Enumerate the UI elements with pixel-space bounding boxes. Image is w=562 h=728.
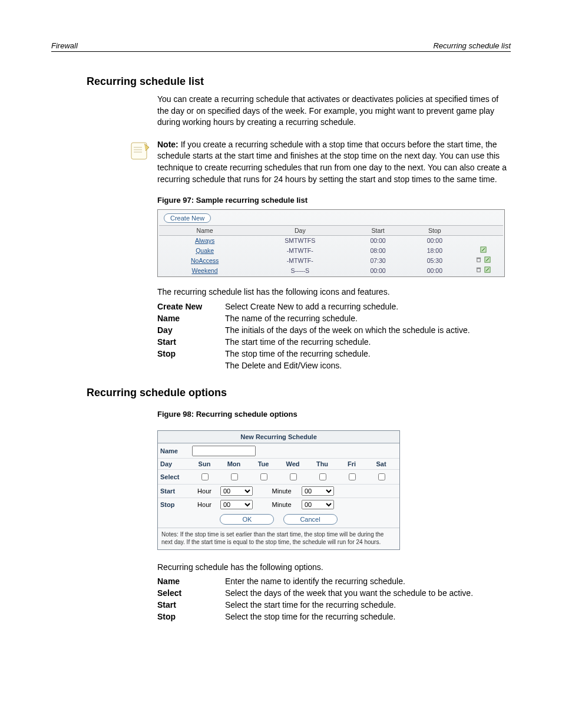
check-thu[interactable]: [319, 473, 326, 480]
delete-icon[interactable]: [475, 257, 482, 264]
label-day: Day: [158, 459, 190, 469]
section1-note: Note: If you create a recurring schedule…: [157, 139, 511, 185]
running-head-left: Firewall: [51, 41, 78, 50]
th-day: Day: [250, 226, 349, 236]
fig97-caption: Figure 97: Sample recurring schedule lis…: [157, 196, 505, 205]
section2-after-fig: Recurring schedule has the following opt…: [157, 562, 505, 574]
svg-rect-0: [131, 143, 147, 159]
row3-day: S-----S: [250, 265, 349, 275]
section1-intro: You can create a recurring schedule that…: [157, 94, 505, 129]
table-row: NoAccess -MTWTF- 07:30 05:30: [159, 255, 503, 265]
label-start: Start: [158, 486, 190, 496]
note-icon: [128, 139, 151, 164]
row2-name[interactable]: NoAccess: [159, 255, 250, 265]
svg-rect-6: [476, 258, 480, 259]
def-term: Stop: [157, 349, 225, 358]
th-actions: [463, 226, 503, 236]
def-term: [157, 361, 225, 370]
section2-title: Recurring schedule options: [87, 387, 511, 399]
note-label: Note:: [157, 140, 178, 149]
row1-name[interactable]: Quake: [159, 245, 250, 255]
section1-title: Recurring schedule list: [87, 75, 511, 88]
def-term: Day: [157, 325, 225, 335]
note-text: If you create a recurring schedule with …: [157, 140, 507, 184]
def-desc: The start time of the recurring schedule…: [225, 337, 505, 347]
day-sat: Sat: [366, 459, 396, 469]
def-term: Name: [157, 314, 225, 323]
delete-icon[interactable]: [475, 267, 482, 274]
row0-name[interactable]: Always: [159, 236, 250, 246]
def-desc: Select Create New to add a recurring sch…: [225, 302, 505, 311]
check-sun[interactable]: [201, 473, 209, 480]
fig97-container: Create New Name Day Start Stop Always SM…: [157, 209, 505, 277]
th-start: Start: [349, 226, 406, 236]
def-desc: Select the stop time for the recurring s…: [225, 612, 505, 621]
def-desc: The initials of the days of the week on …: [225, 325, 505, 335]
edit-icon[interactable]: [484, 257, 491, 264]
running-head-right: Recurring schedule list: [433, 41, 511, 50]
row3-start: 00:00: [349, 265, 406, 275]
row3-stop: 00:00: [406, 265, 463, 275]
row1-start: 08:00: [349, 245, 406, 255]
row3-name[interactable]: Weekend: [159, 265, 250, 275]
row2-stop: 05:30: [406, 255, 463, 265]
def-desc: The Delete and Edit/View icons.: [225, 361, 505, 370]
table-row: Quake -MTWTF- 08:00 18:00: [159, 245, 503, 255]
row1-stop: 18:00: [406, 245, 463, 255]
check-mon[interactable]: [231, 473, 238, 480]
row2-day: -MTWTF-: [250, 255, 349, 265]
stop-hour-select[interactable]: 00: [220, 500, 253, 509]
label-hour: Hour: [190, 486, 219, 496]
ok-button[interactable]: OK: [220, 514, 274, 525]
def-desc: The name of the recurring schedule.: [225, 314, 505, 323]
day-mon: Mon: [219, 459, 249, 469]
def-term: Select: [157, 588, 225, 598]
def-desc: Select the start time for the recurring …: [225, 600, 505, 610]
fig98-caption: Figure 98: Recurring schedule options: [157, 410, 505, 419]
def-term: Stop: [157, 612, 225, 621]
fig98-container: New Recurring Schedule Name Day Sun Mon …: [157, 430, 400, 550]
def-term: Start: [157, 600, 225, 610]
start-hour-select[interactable]: 00: [220, 486, 253, 496]
stop-minute-select[interactable]: 00: [302, 500, 334, 509]
table-row: Weekend S-----S 00:00 00:00: [159, 265, 503, 275]
label-stop: Stop: [158, 499, 190, 510]
cancel-button[interactable]: Cancel: [283, 514, 338, 525]
form-title: New Recurring Schedule: [158, 431, 399, 443]
def-term: Name: [157, 577, 225, 586]
day-wed: Wed: [278, 459, 308, 469]
def-desc: The stop time of the recurring schedule.: [225, 349, 505, 358]
label-minute: Minute: [263, 499, 300, 510]
th-name: Name: [159, 226, 250, 236]
check-wed[interactable]: [290, 473, 297, 480]
def-term: Create New: [157, 302, 225, 311]
row0-start: 00:00: [349, 236, 406, 246]
edit-icon[interactable]: [480, 247, 487, 254]
label-select: Select: [158, 472, 190, 482]
label-name: Name: [158, 446, 190, 456]
create-new-button[interactable]: Create New: [164, 213, 211, 223]
check-sat[interactable]: [378, 473, 385, 480]
day-sun: Sun: [190, 459, 219, 469]
day-fri: Fri: [337, 459, 366, 469]
def-desc: Enter the name to identify the recurring…: [225, 577, 505, 586]
schedule-table: Name Day Start Stop Always SMTWTFS 00:00…: [159, 225, 503, 275]
check-fri[interactable]: [349, 473, 356, 480]
label-hour: Hour: [190, 499, 219, 510]
form-notes: Notes: If the stop time is set earlier t…: [158, 528, 399, 549]
day-thu: Thu: [308, 459, 337, 469]
svg-rect-5: [477, 259, 480, 262]
name-input[interactable]: [192, 446, 256, 456]
check-tue[interactable]: [260, 473, 267, 480]
row0-day: SMTWTFS: [250, 236, 349, 246]
row1-day: -MTWTF-: [250, 245, 349, 255]
def-term: Start: [157, 337, 225, 347]
start-minute-select[interactable]: 00: [302, 486, 334, 496]
edit-icon[interactable]: [484, 267, 491, 274]
row0-stop: 00:00: [406, 236, 463, 246]
section1-after-table: The recurring schedule list has the foll…: [157, 286, 505, 298]
svg-rect-9: [476, 268, 480, 269]
def-desc: Select the days of the week that you wan…: [225, 588, 505, 598]
row2-start: 07:30: [349, 255, 406, 265]
label-minute: Minute: [263, 486, 300, 496]
